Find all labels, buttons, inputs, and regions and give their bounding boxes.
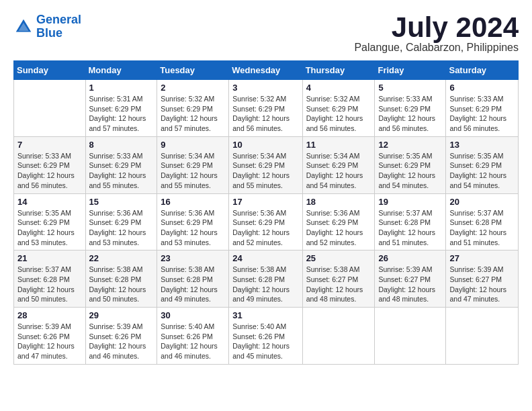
weekday-header-wednesday: Wednesday	[229, 61, 302, 80]
weekday-header-friday: Friday	[375, 61, 446, 80]
day-info: Sunrise: 5:38 AMSunset: 6:28 PMDaylight:…	[232, 265, 298, 304]
calendar-cell	[14, 80, 86, 137]
weekday-header-row: SundayMondayTuesdayWednesdayThursdayFrid…	[14, 61, 519, 80]
calendar-cell: 12Sunrise: 5:35 AMSunset: 6:29 PMDayligh…	[375, 136, 446, 193]
day-info: Sunrise: 5:40 AMSunset: 6:26 PMDaylight:…	[161, 322, 225, 361]
weekday-header-tuesday: Tuesday	[157, 61, 229, 80]
logo-icon	[13, 17, 34, 37]
day-number: 6	[449, 83, 515, 93]
calendar-cell: 30Sunrise: 5:40 AMSunset: 6:26 PMDayligh…	[157, 308, 229, 365]
week-row-3: 14Sunrise: 5:35 AMSunset: 6:29 PMDayligh…	[14, 193, 519, 250]
calendar-cell: 27Sunrise: 5:39 AMSunset: 6:27 PMDayligh…	[446, 250, 519, 308]
day-number: 2	[161, 83, 225, 93]
day-number: 17	[232, 197, 298, 207]
week-row-4: 21Sunrise: 5:37 AMSunset: 6:28 PMDayligh…	[14, 250, 519, 308]
calendar-cell: 5Sunrise: 5:33 AMSunset: 6:29 PMDaylight…	[375, 80, 446, 137]
weekday-header-saturday: Saturday	[446, 61, 519, 80]
day-number: 21	[17, 253, 82, 263]
day-number: 28	[17, 310, 82, 320]
calendar-cell: 3Sunrise: 5:32 AMSunset: 6:29 PMDaylight…	[229, 80, 302, 137]
day-number: 25	[306, 253, 371, 263]
calendar-cell: 4Sunrise: 5:32 AMSunset: 6:29 PMDaylight…	[302, 80, 375, 137]
day-number: 7	[17, 140, 82, 150]
day-number: 22	[89, 253, 154, 263]
week-row-5: 28Sunrise: 5:39 AMSunset: 6:26 PMDayligh…	[14, 308, 519, 365]
logo: General Blue	[13, 13, 81, 40]
day-number: 10	[232, 140, 298, 150]
calendar-cell: 13Sunrise: 5:35 AMSunset: 6:29 PMDayligh…	[446, 136, 519, 193]
day-info: Sunrise: 5:31 AMSunset: 6:29 PMDaylight:…	[89, 94, 154, 134]
day-info: Sunrise: 5:33 AMSunset: 6:29 PMDaylight:…	[449, 94, 515, 134]
calendar-cell: 24Sunrise: 5:38 AMSunset: 6:28 PMDayligh…	[229, 250, 302, 308]
calendar-cell: 19Sunrise: 5:37 AMSunset: 6:28 PMDayligh…	[375, 193, 446, 250]
day-info: Sunrise: 5:38 AMSunset: 6:28 PMDaylight:…	[89, 265, 154, 304]
logo-line2: Blue	[36, 26, 62, 40]
calendar-cell: 17Sunrise: 5:36 AMSunset: 6:29 PMDayligh…	[229, 193, 302, 250]
day-info: Sunrise: 5:33 AMSunset: 6:29 PMDaylight:…	[17, 151, 82, 191]
calendar-cell: 25Sunrise: 5:38 AMSunset: 6:27 PMDayligh…	[302, 250, 375, 308]
weekday-header-monday: Monday	[85, 61, 157, 80]
calendar-cell: 6Sunrise: 5:33 AMSunset: 6:29 PMDaylight…	[446, 80, 519, 137]
day-info: Sunrise: 5:36 AMSunset: 6:29 PMDaylight:…	[89, 208, 154, 248]
calendar-cell: 29Sunrise: 5:39 AMSunset: 6:26 PMDayligh…	[85, 308, 157, 365]
day-number: 5	[378, 83, 442, 93]
calendar-cell: 23Sunrise: 5:38 AMSunset: 6:28 PMDayligh…	[157, 250, 229, 308]
calendar-cell: 11Sunrise: 5:34 AMSunset: 6:29 PMDayligh…	[302, 136, 375, 193]
day-info: Sunrise: 5:38 AMSunset: 6:27 PMDaylight:…	[306, 265, 371, 304]
day-info: Sunrise: 5:34 AMSunset: 6:29 PMDaylight:…	[232, 151, 298, 191]
day-info: Sunrise: 5:37 AMSunset: 6:28 PMDaylight:…	[378, 208, 442, 248]
calendar-cell: 26Sunrise: 5:39 AMSunset: 6:27 PMDayligh…	[375, 250, 446, 308]
calendar-cell: 2Sunrise: 5:32 AMSunset: 6:29 PMDaylight…	[157, 80, 229, 137]
day-info: Sunrise: 5:37 AMSunset: 6:28 PMDaylight:…	[17, 265, 82, 304]
day-info: Sunrise: 5:37 AMSunset: 6:28 PMDaylight:…	[449, 208, 515, 248]
day-info: Sunrise: 5:32 AMSunset: 6:29 PMDaylight:…	[306, 94, 371, 134]
calendar-table: SundayMondayTuesdayWednesdayThursdayFrid…	[13, 60, 519, 365]
day-number: 27	[449, 253, 515, 263]
day-number: 11	[306, 140, 371, 150]
calendar-cell	[446, 308, 519, 365]
day-info: Sunrise: 5:39 AMSunset: 6:27 PMDaylight:…	[449, 265, 515, 304]
calendar-cell: 14Sunrise: 5:35 AMSunset: 6:29 PMDayligh…	[14, 193, 86, 250]
logo-text: General Blue	[36, 13, 81, 40]
calendar-cell: 20Sunrise: 5:37 AMSunset: 6:28 PMDayligh…	[446, 193, 519, 250]
day-info: Sunrise: 5:34 AMSunset: 6:29 PMDaylight:…	[306, 151, 371, 191]
location-title: Palangue, Calabarzon, Philippines	[354, 42, 519, 54]
day-number: 8	[89, 140, 154, 150]
day-number: 20	[449, 197, 515, 207]
week-row-1: 1Sunrise: 5:31 AMSunset: 6:29 PMDaylight…	[14, 80, 519, 137]
day-number: 3	[232, 83, 298, 93]
day-number: 23	[161, 253, 225, 263]
day-info: Sunrise: 5:36 AMSunset: 6:29 PMDaylight:…	[232, 208, 298, 248]
logo-line1: General	[36, 13, 81, 26]
day-number: 26	[378, 253, 442, 263]
day-info: Sunrise: 5:35 AMSunset: 6:29 PMDaylight:…	[378, 151, 442, 191]
day-info: Sunrise: 5:34 AMSunset: 6:29 PMDaylight:…	[161, 151, 225, 191]
weekday-header-thursday: Thursday	[302, 61, 375, 80]
day-info: Sunrise: 5:36 AMSunset: 6:29 PMDaylight:…	[306, 208, 371, 248]
day-number: 19	[378, 197, 442, 207]
day-number: 30	[161, 310, 225, 320]
day-info: Sunrise: 5:33 AMSunset: 6:29 PMDaylight:…	[378, 94, 442, 134]
day-info: Sunrise: 5:35 AMSunset: 6:29 PMDaylight:…	[17, 208, 82, 248]
day-number: 4	[306, 83, 371, 93]
day-number: 13	[449, 140, 515, 150]
day-info: Sunrise: 5:39 AMSunset: 6:26 PMDaylight:…	[17, 322, 82, 361]
calendar-cell	[302, 308, 375, 365]
day-info: Sunrise: 5:38 AMSunset: 6:28 PMDaylight:…	[161, 265, 225, 304]
day-number: 16	[161, 197, 225, 207]
calendar-cell	[375, 308, 446, 365]
day-number: 29	[89, 310, 154, 320]
page-header: General Blue July 2024 Palangue, Calabar…	[13, 13, 519, 54]
calendar-cell: 7Sunrise: 5:33 AMSunset: 6:29 PMDaylight…	[14, 136, 86, 193]
day-info: Sunrise: 5:33 AMSunset: 6:29 PMDaylight:…	[89, 151, 154, 191]
calendar-cell: 10Sunrise: 5:34 AMSunset: 6:29 PMDayligh…	[229, 136, 302, 193]
day-info: Sunrise: 5:36 AMSunset: 6:29 PMDaylight:…	[161, 208, 225, 248]
day-info: Sunrise: 5:32 AMSunset: 6:29 PMDaylight:…	[232, 94, 298, 134]
month-title: July 2024	[354, 13, 519, 42]
title-section: July 2024 Palangue, Calabarzon, Philippi…	[354, 13, 519, 54]
day-info: Sunrise: 5:40 AMSunset: 6:26 PMDaylight:…	[232, 322, 298, 361]
day-number: 1	[89, 83, 154, 93]
week-row-2: 7Sunrise: 5:33 AMSunset: 6:29 PMDaylight…	[14, 136, 519, 193]
calendar-body: 1Sunrise: 5:31 AMSunset: 6:29 PMDaylight…	[14, 80, 519, 365]
day-info: Sunrise: 5:39 AMSunset: 6:27 PMDaylight:…	[378, 265, 442, 304]
